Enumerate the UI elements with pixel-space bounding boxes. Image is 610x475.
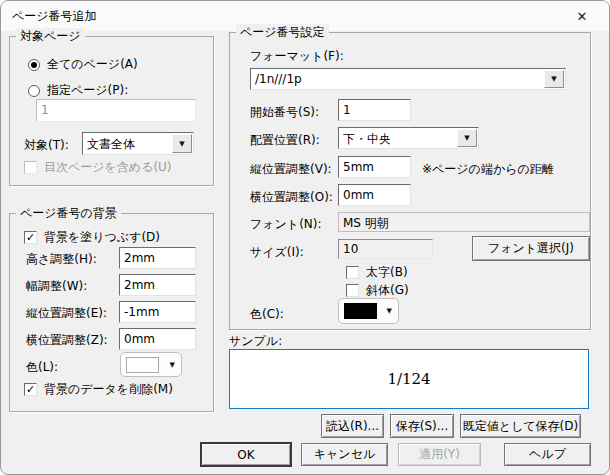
font-name-field: MS 明朝 xyxy=(338,212,590,232)
placement-value: 下・中央 xyxy=(343,131,391,148)
number-settings-legend: ページ番号設定 xyxy=(236,24,329,41)
italic-label: 斜体(G) xyxy=(366,282,409,299)
height-adjust-input[interactable]: 2mm xyxy=(119,247,196,269)
cancel-button[interactable]: キャンセル xyxy=(301,443,388,466)
close-icon[interactable]: ✕ xyxy=(565,5,599,27)
delete-bg-data-checkbox[interactable]: ✓ 背景のデータを削除(M) xyxy=(24,381,173,398)
target-pages-legend: 対象ページ xyxy=(16,28,85,45)
include-toc-checkbox: 目次ページを含める(U) xyxy=(24,159,172,176)
bold-label: 太字(B) xyxy=(366,264,408,281)
chevron-down-icon: ▼ xyxy=(170,361,175,369)
italic-checkbox[interactable]: 斜体(G) xyxy=(346,282,409,299)
background-group: ページ番号の背景 ✓ 背景を塗りつぶす(D) 高さ調整(H): 2mm 幅調整(… xyxy=(9,213,214,412)
horiz-position-input[interactable]: 0mm xyxy=(338,184,411,206)
bg-vert-adjust-input[interactable]: -1mm xyxy=(119,301,196,323)
load-button[interactable]: 読込(R)... xyxy=(321,414,384,438)
bg-horiz-adjust-input[interactable]: 0mm xyxy=(119,328,196,350)
color-swatch xyxy=(344,303,377,319)
size-label: サイズ(I): xyxy=(250,244,304,261)
fill-background-checkbox[interactable]: ✓ 背景を塗りつぶす(D) xyxy=(24,229,160,246)
width-adjust-label: 幅調整(W): xyxy=(26,278,87,295)
radio-all-pages[interactable]: 全てのページ(A) xyxy=(28,56,138,73)
height-adjust-label: 高さ調整(H): xyxy=(26,251,97,268)
scope-dropdown[interactable]: 文書全体 ▼ xyxy=(82,132,194,155)
background-legend: ページ番号の背景 xyxy=(16,205,121,222)
vert-position-label: 縦位置調整(V): xyxy=(250,161,332,178)
checkbox-checked-icon: ✓ xyxy=(24,383,37,396)
number-color-dropdown[interactable]: ▼ xyxy=(338,298,399,324)
font-select-button[interactable]: フォント選択(J) xyxy=(472,236,590,261)
checkbox-icon xyxy=(346,284,359,297)
format-label: フォーマット(F): xyxy=(250,48,344,65)
format-dropdown[interactable]: /1n///1p ▼ xyxy=(250,68,566,90)
horiz-position-label: 横位置調整(O): xyxy=(250,189,333,206)
radio-specified-pages-label: 指定ページ(P): xyxy=(47,82,128,99)
add-page-number-dialog: ページ番号追加 ✕ 対象ページ 全てのページ(A) 指定ページ(P): 1 対象… xyxy=(0,0,610,475)
radio-icon xyxy=(28,85,40,97)
bg-color-label: 色(L): xyxy=(26,359,58,376)
save-as-default-button[interactable]: 既定値として保存(D) xyxy=(460,414,581,438)
radio-icon xyxy=(28,59,40,71)
font-label: フォント(N): xyxy=(250,216,322,233)
chevron-down-icon[interactable]: ▼ xyxy=(544,70,564,88)
dialog-title: ページ番号追加 xyxy=(12,8,97,25)
placement-label: 配置位置(R): xyxy=(250,132,320,149)
target-pages-group: 対象ページ 全てのページ(A) 指定ページ(P): 1 対象(T): 文書全体 … xyxy=(9,36,214,186)
number-color-label: 色(C): xyxy=(250,306,284,323)
chevron-down-icon: ▼ xyxy=(387,307,392,315)
chevron-down-icon[interactable]: ▼ xyxy=(457,129,477,147)
help-button[interactable]: ヘルプ xyxy=(504,443,591,466)
include-toc-label: 目次ページを含める(U) xyxy=(44,159,172,176)
radio-all-pages-label: 全てのページ(A) xyxy=(47,56,138,73)
apply-button: 適用(Y) xyxy=(398,443,481,466)
fill-background-label: 背景を塗りつぶす(D) xyxy=(44,229,160,246)
placement-dropdown[interactable]: 下・中央 ▼ xyxy=(338,127,479,149)
checkbox-icon xyxy=(346,266,359,279)
edge-distance-note: ※ページの端からの距離 xyxy=(422,161,554,178)
sample-label: サンプル: xyxy=(229,333,282,350)
width-adjust-input[interactable]: 2mm xyxy=(119,274,196,296)
bold-checkbox[interactable]: 太字(B) xyxy=(346,264,408,281)
number-settings-group: ページ番号設定 フォーマット(F): /1n///1p ▼ 開始番号(S): 1… xyxy=(229,32,591,330)
save-button[interactable]: 保存(S)... xyxy=(390,414,454,438)
ok-button[interactable]: OK xyxy=(201,443,291,466)
sample-value: 1/124 xyxy=(387,370,430,388)
scope-value: 文書全体 xyxy=(87,136,135,153)
bg-color-dropdown[interactable]: ▼ xyxy=(120,352,182,377)
sample-preview: 1/124 xyxy=(229,349,589,409)
chevron-down-icon[interactable]: ▼ xyxy=(172,134,192,153)
format-value: /1n///1p xyxy=(255,72,302,86)
start-number-input[interactable]: 1 xyxy=(338,99,411,121)
start-number-label: 開始番号(S): xyxy=(250,104,319,121)
page-range-input[interactable]: 1 xyxy=(36,99,196,122)
checkbox-checked-icon: ✓ xyxy=(24,231,37,244)
bg-vert-adjust-label: 縦位置調整(E): xyxy=(26,305,107,322)
scope-label: 対象(T): xyxy=(24,137,69,154)
color-swatch xyxy=(126,357,159,373)
delete-bg-data-label: 背景のデータを削除(M) xyxy=(44,381,173,398)
radio-specified-pages[interactable]: 指定ページ(P): xyxy=(28,82,128,99)
vert-position-input[interactable]: 5mm xyxy=(338,156,411,178)
bg-horiz-adjust-label: 横位置調整(Z): xyxy=(26,332,108,349)
size-field: 10 xyxy=(338,239,433,259)
checkbox-icon xyxy=(24,161,37,174)
